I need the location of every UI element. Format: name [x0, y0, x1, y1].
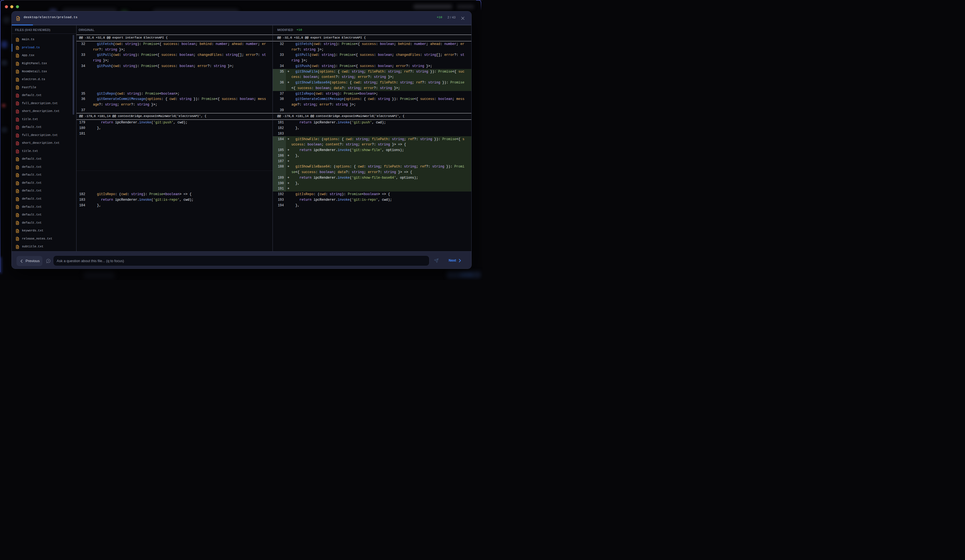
svg-text:?: ?	[47, 260, 49, 262]
